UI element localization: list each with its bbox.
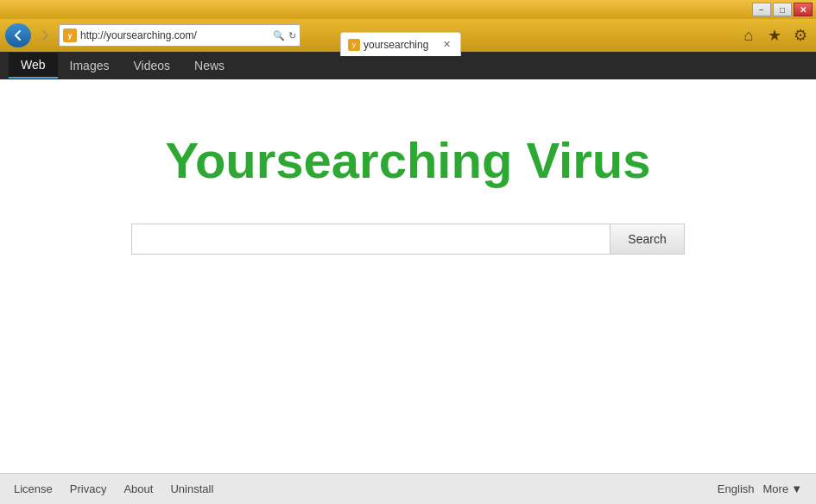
tab-close-button[interactable]: ✕ [440, 38, 453, 52]
nav-item-videos[interactable]: Videos [121, 54, 182, 78]
chevron-down-icon: ▼ [791, 482, 802, 495]
close-button[interactable]: ✕ [794, 3, 813, 16]
main-content: Yoursearching Virus Search [0, 79, 816, 255]
footer-right: English More ▼ [718, 482, 802, 495]
back-button[interactable] [5, 23, 31, 47]
footer-about-link[interactable]: About [123, 482, 153, 495]
search-input[interactable] [131, 224, 610, 255]
address-bar-container: y 🔍 ↻ [59, 24, 300, 47]
address-search-icon[interactable]: 🔍 [273, 30, 285, 41]
footer-more-button[interactable]: More ▼ [763, 482, 803, 495]
settings-button[interactable]: ⚙ [790, 25, 811, 46]
nav-item-news[interactable]: News [182, 54, 237, 78]
browser-tab[interactable]: y yoursearching ✕ [340, 32, 461, 56]
footer-license-link[interactable]: License [14, 482, 53, 495]
footer-links: License Privacy About Uninstall [14, 482, 213, 495]
browser-right-icons: ⌂ ★ ⚙ [738, 25, 811, 46]
nav-item-images[interactable]: Images [58, 54, 122, 78]
footer-privacy-link[interactable]: Privacy [70, 482, 107, 495]
refresh-button[interactable]: ↻ [288, 30, 296, 41]
minimize-button[interactable]: − [752, 3, 771, 16]
favorites-button[interactable]: ★ [764, 25, 785, 46]
browser-window: − □ ✕ y 🔍 ↻ y yoursearching ✕ ⌂ ★ ⚙ [0, 0, 816, 504]
footer: License Privacy About Uninstall English … [0, 473, 816, 504]
more-label: More [763, 482, 789, 495]
search-button[interactable]: Search [610, 224, 684, 255]
nav-item-web[interactable]: Web [9, 53, 58, 79]
search-row: Search [131, 224, 684, 255]
title-bar: − □ ✕ [0, 0, 816, 19]
maximize-button[interactable]: □ [773, 3, 792, 16]
footer-uninstall-link[interactable]: Uninstall [170, 482, 213, 495]
address-bar-row: y 🔍 ↻ y yoursearching ✕ ⌂ ★ ⚙ [0, 19, 816, 52]
address-favicon: y [63, 28, 77, 42]
footer-language[interactable]: English [718, 482, 755, 495]
forward-button[interactable] [35, 25, 55, 46]
window-controls: − □ ✕ [752, 3, 813, 16]
address-input[interactable] [80, 29, 269, 41]
tab-favicon: y [348, 39, 360, 51]
tab-title: yoursearching [364, 39, 428, 51]
home-button[interactable]: ⌂ [738, 25, 759, 46]
site-title: Yoursearching Virus [166, 131, 651, 189]
